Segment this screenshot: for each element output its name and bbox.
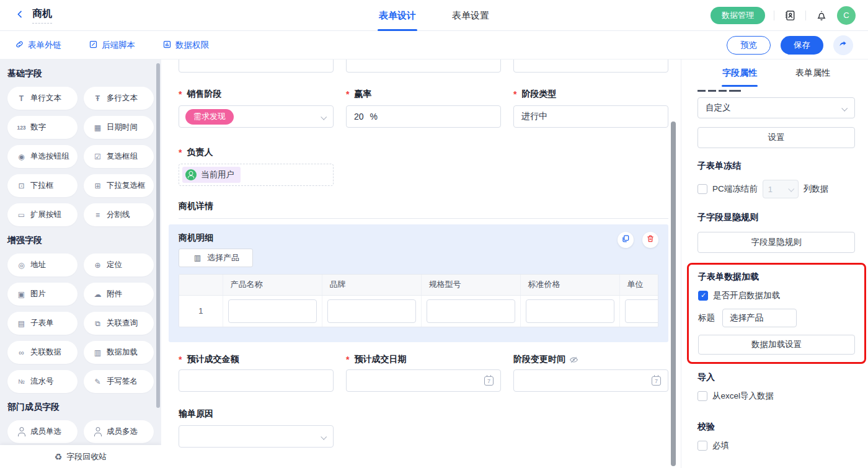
- percent-suffix: %: [370, 112, 378, 121]
- table-cell-input[interactable]: [625, 299, 659, 323]
- freeze-checkbox[interactable]: [698, 184, 707, 194]
- sidebar-item-linked-data[interactable]: 关联数据: [7, 341, 78, 364]
- partial-input[interactable]: [179, 60, 334, 73]
- sidebar-item-divider[interactable]: 分割线: [84, 203, 154, 226]
- subform-freeze-title: 子表单冻结: [698, 161, 855, 172]
- expected-amount-input[interactable]: [179, 369, 334, 392]
- sidebar-item-multi-dropdown[interactable]: 下拉复选框: [84, 174, 154, 197]
- multi-dropdown-icon: [92, 181, 103, 190]
- freeze-row: PC端冻结前 1 列数据: [698, 180, 855, 198]
- sidebar-item-datetime[interactable]: 日期时间: [84, 116, 154, 139]
- backend-script-link[interactable]: 后端脚本: [89, 40, 135, 51]
- column-header: 产品名称: [223, 275, 322, 295]
- sidebar-item-image[interactable]: 图片: [7, 283, 78, 306]
- stage-change-input[interactable]: [513, 369, 668, 392]
- sidebar-item-number[interactable]: 数字: [7, 116, 78, 139]
- section-title-member-fields: 部门成员字段: [7, 402, 154, 413]
- sidebar-item-serial-number[interactable]: 流水号: [7, 370, 78, 393]
- field-recycle-bin[interactable]: ♻ 字段回收站: [0, 445, 161, 468]
- sidebar-item-member-multi[interactable]: 成员多选: [84, 420, 154, 443]
- copy-button[interactable]: [618, 232, 634, 248]
- form-external-link[interactable]: 表单外链: [15, 40, 61, 51]
- freeze-count-select[interactable]: 1: [763, 180, 799, 198]
- sidebar-item-location[interactable]: 定位: [84, 254, 154, 276]
- save-button[interactable]: 保存: [781, 36, 823, 55]
- share-button[interactable]: [833, 35, 853, 55]
- sidebar-item-linked-query[interactable]: 关联查询: [84, 312, 154, 335]
- location-icon: [92, 260, 103, 270]
- clipped-label: [698, 88, 855, 92]
- data-manage-button[interactable]: 数据管理: [711, 7, 765, 24]
- stage-type-label: 阶段类型: [513, 88, 668, 100]
- table-cell-input[interactable]: [526, 299, 614, 323]
- sidebar-item-signature[interactable]: 手写签名: [84, 370, 154, 393]
- lose-reason-select[interactable]: [179, 425, 334, 448]
- section-title-basic-fields: 基础字段: [7, 68, 154, 79]
- toolbar-links: 表单外链 后端脚本 数据权限: [15, 40, 209, 51]
- data-load-title-row: 标题 选择产品: [698, 309, 855, 327]
- owner-field[interactable]: 当前用户: [179, 164, 334, 186]
- subform-block-selected[interactable]: 商机明细: [169, 224, 668, 342]
- stage-type-input[interactable]: 进行中: [513, 105, 668, 128]
- sidebar-item-member-single[interactable]: 成员单选: [7, 420, 78, 443]
- radio-group-icon: [16, 152, 27, 161]
- canvas-scrollbar[interactable]: [671, 121, 676, 466]
- chevron-down-icon: [321, 434, 327, 440]
- title-field-input[interactable]: 选择产品: [722, 309, 797, 327]
- data-load-checkbox[interactable]: [698, 291, 708, 301]
- expected-date-input[interactable]: [346, 369, 501, 392]
- table-cell-input[interactable]: [427, 299, 515, 323]
- required-row: 必填: [698, 440, 855, 451]
- display-rules-button[interactable]: 字段显隐规则: [698, 232, 855, 253]
- tab-form-settings[interactable]: 表单设置: [452, 0, 489, 31]
- sidebar-item-subform[interactable]: 子表单: [7, 312, 78, 335]
- tab-form-design[interactable]: 表单设计: [379, 0, 416, 31]
- type-select[interactable]: 自定义: [698, 97, 855, 118]
- field-labels-row-1: 销售阶段 赢率 阶段类型: [179, 88, 668, 100]
- partial-input[interactable]: [346, 60, 501, 73]
- table-cell-input[interactable]: [327, 299, 416, 323]
- subform-title: 商机明细: [179, 232, 658, 244]
- body: 基础字段 单行文本 多行文本 数字 日期时间 单选按钮组 复选框组 下拉框 下拉…: [0, 60, 868, 468]
- back-button[interactable]: [12, 8, 27, 23]
- sidebar-item-data-load[interactable]: 数据加载: [84, 341, 154, 364]
- sidebar-item-single-line-text[interactable]: 单行文本: [7, 87, 78, 110]
- contact-book-icon[interactable]: [783, 9, 797, 22]
- required-checkbox[interactable]: [698, 441, 707, 451]
- display-rules-title: 子字段显隐规则: [698, 212, 855, 223]
- data-permission-link[interactable]: 数据权限: [162, 40, 209, 51]
- partial-input[interactable]: [513, 60, 668, 73]
- data-load-settings-button[interactable]: 数据加载设置: [698, 335, 855, 355]
- sidebar-scrollbar[interactable]: [156, 63, 160, 408]
- preview-button[interactable]: 预览: [727, 36, 771, 55]
- sales-stage-select[interactable]: 需求发现: [179, 105, 334, 128]
- delete-button[interactable]: [642, 232, 658, 248]
- win-rate-input[interactable]: 20 %: [346, 105, 501, 128]
- excel-import-checkbox[interactable]: [698, 391, 707, 401]
- sidebar-item-dropdown[interactable]: 下拉框: [7, 174, 78, 197]
- select-product-button[interactable]: 选择产品: [179, 249, 253, 267]
- notification-bell-icon[interactable]: [815, 9, 828, 22]
- sales-stage-label: 销售阶段: [179, 88, 334, 100]
- sidebar-item-attachment[interactable]: 附件: [84, 283, 154, 306]
- sidebar-item-multi-line-text[interactable]: 多行文本: [84, 87, 154, 110]
- tab-form-properties[interactable]: 表单属性: [795, 60, 830, 87]
- partial-field-row: [179, 60, 668, 73]
- validation-title: 校验: [698, 422, 855, 433]
- sidebar-item-extend-button[interactable]: 扩展按钮: [7, 203, 78, 226]
- sidebar-item-checkbox-group[interactable]: 复选框组: [84, 145, 154, 168]
- user-avatar[interactable]: C: [837, 6, 856, 25]
- settings-button[interactable]: 设置: [698, 127, 855, 148]
- sidebar-item-address[interactable]: 地址: [7, 254, 78, 276]
- chevron-down-icon: [788, 185, 794, 192]
- section-title-enhanced-fields: 增强字段: [7, 235, 154, 246]
- table-header-row: 产品名称 品牌 规格型号 标准价格 单位: [179, 275, 658, 295]
- tab-field-properties[interactable]: 字段属性: [722, 60, 757, 87]
- sidebar-item-radio-group[interactable]: 单选按钮组: [7, 145, 78, 168]
- share-arrow-icon: [838, 39, 848, 51]
- section-divider-line: [179, 218, 668, 219]
- divider-icon: [92, 210, 103, 219]
- field-library-sidebar: 基础字段 单行文本 多行文本 数字 日期时间 单选按钮组 复选框组 下拉框 下拉…: [0, 60, 161, 468]
- table-cell-input[interactable]: [228, 299, 317, 323]
- import-row: 从excel导入数据: [698, 391, 855, 402]
